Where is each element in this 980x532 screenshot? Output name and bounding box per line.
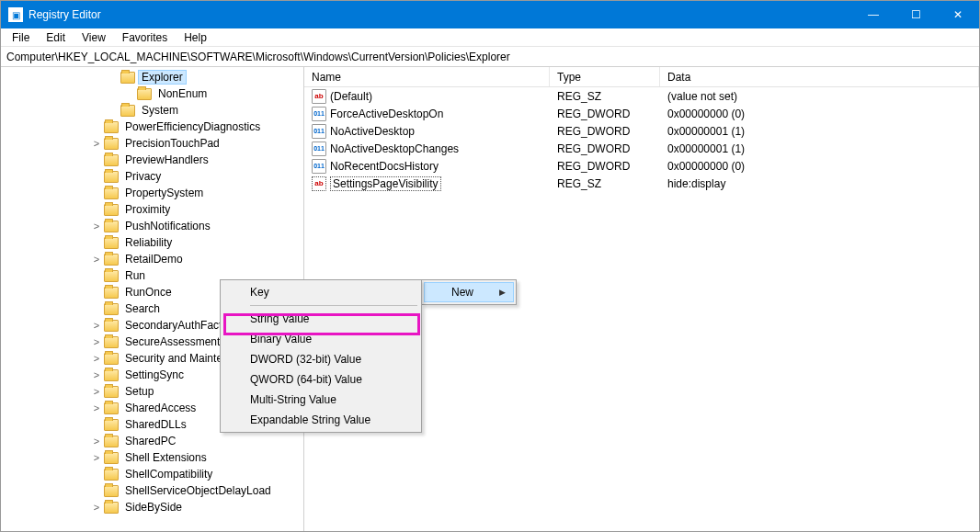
value-name: (Default) [330, 90, 372, 103]
context-item-expandable-string-value[interactable]: Expandable String Value [222, 410, 419, 430]
folder-icon [104, 287, 119, 299]
tree-item[interactable]: PropertySystem [6, 185, 303, 201]
tree-item[interactable]: System [6, 102, 303, 119]
folder-icon [104, 436, 119, 447]
folder-icon [120, 105, 135, 117]
context-item-binary-value[interactable]: Binary Value [222, 329, 419, 349]
tree-item[interactable]: NonEnum [6, 85, 303, 102]
list-row[interactable]: abSettingsPageVisibilityREG_SZhide:displ… [304, 175, 979, 192]
tree-item-label: Proximity [122, 203, 173, 216]
tree-item[interactable]: PowerEfficiencyDiagnostics [6, 119, 303, 135]
folder-icon [104, 402, 119, 414]
minimize-button[interactable]: — [852, 1, 895, 28]
value-type: REG_DWORD [553, 160, 664, 173]
list-row[interactable]: 011NoRecentDocsHistoryREG_DWORD0x0000000… [304, 157, 979, 175]
list-row[interactable]: 011NoActiveDesktopChangesREG_DWORD0x0000… [304, 140, 979, 157]
folder-icon [120, 72, 135, 84]
app-icon: ▣ [8, 7, 23, 22]
list-row[interactable]: 011ForceActiveDesktopOnREG_DWORD0x000000… [304, 105, 979, 122]
expand-icon[interactable]: > [91, 221, 102, 232]
tree-item[interactable]: >SideBySide [6, 499, 303, 515]
column-data[interactable]: Data [660, 67, 979, 86]
context-item-string-value[interactable]: String Value [222, 309, 419, 329]
tree-item-label: NonEnum [155, 87, 210, 100]
expand-icon[interactable]: > [91, 369, 102, 380]
menu-favorites[interactable]: Favorites [115, 29, 175, 46]
expand-icon[interactable]: > [91, 254, 102, 265]
value-type: REG_SZ [553, 177, 664, 190]
tree-item-label: PowerEfficiencyDiagnostics [122, 120, 263, 133]
folder-icon [104, 353, 119, 365]
column-type[interactable]: Type [550, 67, 660, 86]
tree-item-label: SharedAccess [122, 402, 199, 414]
value-type: REG_SZ [553, 90, 664, 103]
tree-item-label: SettingSync [122, 368, 187, 381]
chevron-right-icon: ▶ [499, 288, 506, 297]
tree-item-label: PropertySystem [122, 187, 206, 199]
value-type: REG_DWORD [553, 142, 664, 155]
expand-icon[interactable]: > [91, 502, 102, 513]
string-value-icon: ab [312, 89, 326, 104]
value-data: (value not set) [664, 90, 979, 103]
tree-item[interactable]: Proximity [6, 201, 303, 218]
expand-icon[interactable]: > [91, 336, 102, 347]
tree-item[interactable]: Reliability [6, 234, 303, 251]
value-data: hide:display [664, 177, 979, 190]
tree-item[interactable]: Explorer [6, 69, 303, 85]
window-title: Registry Editor [28, 8, 852, 21]
expand-icon[interactable]: > [91, 402, 102, 413]
column-name[interactable]: Name [304, 67, 550, 86]
window-controls: — ☐ ✕ [852, 1, 979, 28]
context-item-qword-64-bit-value[interactable]: QWORD (64-bit) Value [222, 369, 419, 390]
tree-item[interactable]: >Shell Extensions [6, 449, 303, 466]
tree-item[interactable]: PreviewHandlers [6, 152, 303, 168]
list-header: Name Type Data [304, 67, 979, 87]
menu-help[interactable]: Help [177, 29, 214, 46]
value-type: REG_DWORD [553, 125, 664, 138]
dword-value-icon: 011 [312, 107, 326, 121]
tree-item-label: SecondaryAuthFactor [122, 319, 234, 332]
tree-item[interactable]: ShellServiceObjectDelayLoad [6, 482, 303, 499]
expand-icon[interactable]: > [91, 320, 102, 331]
expand-icon[interactable]: > [91, 386, 102, 397]
address-bar[interactable]: Computer\HKEY_LOCAL_MACHINE\SOFTWARE\Mic… [1, 47, 979, 67]
list-row[interactable]: ab(Default)REG_SZ(value not set) [304, 87, 979, 105]
tree-item-label: Explorer [139, 71, 186, 84]
tree-item-label: SideBySide [122, 501, 185, 514]
list-row[interactable]: 011NoActiveDesktopREG_DWORD0x00000001 (1… [304, 122, 979, 140]
expand-icon[interactable]: > [91, 138, 102, 149]
menu-file[interactable]: File [5, 29, 37, 46]
menu-edit[interactable]: Edit [39, 29, 73, 46]
tree-item-label: RunOnce [122, 286, 175, 299]
folder-icon [104, 303, 119, 315]
tree-item[interactable]: ShellCompatibility [6, 466, 303, 482]
value-name: NoActiveDesktopChanges [330, 142, 459, 155]
tree-item-label: SharedDLLs [122, 418, 189, 431]
menu-view[interactable]: View [74, 29, 113, 46]
context-item-label: New [451, 286, 473, 299]
tree-item[interactable]: >RetailDemo [6, 251, 303, 267]
tree-item-label: Reliability [122, 236, 175, 249]
tree-item[interactable]: >PushNotifications [6, 218, 303, 234]
context-item-new[interactable]: New ▶ [424, 282, 514, 302]
context-item-dword-32-bit-value[interactable]: DWORD (32-bit) Value [222, 349, 419, 369]
expand-icon[interactable]: > [91, 452, 102, 463]
tree-item[interactable]: Privacy [6, 168, 303, 185]
expand-icon[interactable]: > [91, 353, 102, 364]
value-name: ForceActiveDesktopOn [330, 108, 443, 120]
maximize-button[interactable]: ☐ [895, 1, 937, 28]
menu-separator [250, 305, 417, 306]
folder-icon [104, 254, 119, 266]
folder-icon [104, 204, 119, 216]
tree-item[interactable]: >PrecisionTouchPad [6, 135, 303, 152]
context-item-key[interactable]: Key [222, 282, 419, 302]
content-area: ExplorerNonEnumSystemPowerEfficiencyDiag… [1, 67, 979, 531]
tree-item-label: Privacy [122, 170, 164, 183]
tree-item[interactable]: >SharedPC [6, 433, 303, 449]
tree-item-label: RetailDemo [122, 253, 186, 266]
folder-icon [104, 171, 119, 183]
close-button[interactable]: ✕ [937, 1, 979, 28]
expand-icon[interactable]: > [91, 436, 102, 447]
address-path: Computer\HKEY_LOCAL_MACHINE\SOFTWARE\Mic… [6, 51, 510, 63]
context-item-multi-string-value[interactable]: Multi-String Value [222, 390, 419, 410]
